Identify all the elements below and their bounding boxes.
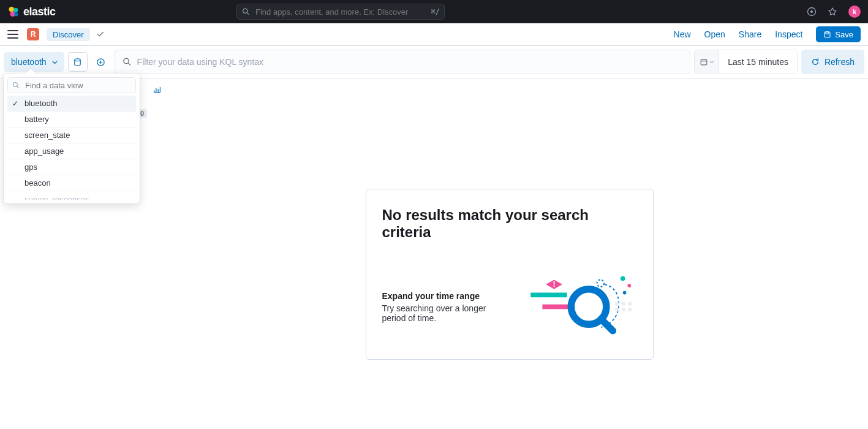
breadcrumb-app[interactable]: Discover — [47, 28, 90, 41]
svg-point-23 — [597, 279, 604, 287]
inspect-button[interactable]: Inspect — [775, 29, 802, 39]
dataview-list[interactable]: bluetooth battery screen_state app_usage… — [7, 96, 136, 200]
kql-query-bar — [115, 50, 691, 74]
empty-state: No results match your search criteria Ex… — [366, 189, 654, 360]
global-search-shortcut: ⌘/ — [431, 7, 440, 16]
toggle-chart-icon[interactable] — [153, 86, 161, 94]
search-icon — [12, 82, 20, 89]
svg-rect-8 — [825, 32, 830, 37]
save-label: Save — [835, 30, 853, 39]
time-picker-range[interactable]: Last 15 minutes — [719, 50, 797, 74]
time-picker-calendar-button[interactable] — [695, 50, 719, 74]
svg-rect-29 — [628, 302, 632, 306]
empty-illustration-icon: ! — [530, 271, 637, 342]
svg-point-12 — [123, 58, 128, 63]
svg-text:!: ! — [553, 280, 555, 289]
results-area: No results match your search criteria Ex… — [151, 78, 868, 360]
add-filter-button[interactable] — [91, 52, 111, 72]
new-button[interactable]: New — [674, 29, 691, 39]
svg-rect-18 — [530, 293, 567, 298]
newsfeed-icon[interactable] — [828, 7, 837, 17]
refresh-button[interactable]: Refresh — [801, 50, 864, 74]
help-icon[interactable] — [807, 7, 817, 17]
dataview-selected-label: bluetooth — [11, 57, 47, 67]
global-search: ⌘/ — [236, 4, 445, 20]
empty-body: Try searching over a longer period of ti… — [382, 303, 486, 323]
dataview-item-screen-state[interactable]: screen_state — [7, 127, 136, 143]
elastic-logo-icon — [7, 6, 20, 18]
dataview-item-beacon[interactable]: beacon — [7, 175, 136, 191]
dataview-item-battery[interactable]: battery — [7, 112, 136, 127]
open-button[interactable]: Open — [704, 29, 725, 39]
calendar-icon — [700, 58, 708, 66]
svg-point-4 — [243, 9, 247, 13]
header-right: k — [807, 6, 861, 18]
search-icon — [242, 8, 250, 16]
global-search-input[interactable] — [236, 4, 445, 20]
dataview-search-input[interactable] — [7, 77, 136, 93]
svg-line-17 — [17, 86, 19, 88]
save-icon — [823, 31, 831, 39]
share-button[interactable]: Share — [739, 29, 761, 39]
time-picker: Last 15 minutes — [694, 50, 798, 74]
elastic-logo[interactable]: elastic — [7, 6, 56, 18]
svg-point-7 — [810, 10, 813, 13]
svg-rect-31 — [621, 308, 625, 311]
dataview-selector[interactable]: bluetooth — [4, 52, 64, 72]
svg-line-22 — [601, 319, 613, 331]
dataview-item-app-usage[interactable]: app_usage — [7, 143, 136, 159]
chevron-down-icon — [51, 59, 58, 66]
svg-point-16 — [13, 83, 18, 87]
kql-input[interactable] — [115, 50, 690, 74]
save-button[interactable]: Save — [816, 26, 861, 42]
svg-rect-28 — [621, 302, 625, 306]
global-header: elastic ⌘/ k — [0, 0, 868, 23]
dataview-item-gps[interactable]: gps — [7, 159, 136, 175]
app-actions: New Open Share Inspect Save — [674, 26, 861, 42]
svg-point-26 — [622, 291, 626, 295]
svg-point-25 — [627, 284, 631, 287]
check-icon — [96, 30, 105, 39]
svg-line-5 — [247, 13, 249, 15]
empty-heading: Expand your time range — [382, 291, 511, 301]
refresh-label: Refresh — [825, 57, 855, 67]
empty-text: Expand your time range Try searching ove… — [382, 291, 511, 323]
elastic-wordmark: elastic — [23, 6, 56, 18]
disk-icon — [73, 58, 82, 67]
dataview-item-survey-responses[interactable]: survey_responses — [7, 191, 136, 200]
dataview-popover: bluetooth battery screen_state app_usage… — [4, 74, 140, 203]
svg-point-3 — [14, 12, 18, 16]
search-icon — [123, 58, 132, 67]
empty-title: No results match your search criteria — [382, 207, 637, 241]
app-header: R Discover New Open Share Inspect Save — [0, 23, 868, 46]
svg-rect-19 — [542, 305, 572, 309]
chevron-down-icon — [709, 59, 714, 64]
svg-point-10 — [75, 58, 80, 61]
dataview-item-bluetooth[interactable]: bluetooth — [7, 96, 136, 112]
filter-bar: bluetooth Last 15 minutes Refresh blueto… — [0, 46, 868, 78]
saved-query-button[interactable] — [68, 52, 88, 72]
space-selector[interactable]: R — [27, 28, 39, 40]
svg-rect-9 — [826, 32, 828, 34]
user-avatar[interactable]: k — [848, 6, 861, 18]
svg-line-13 — [128, 63, 130, 66]
svg-point-0 — [9, 7, 15, 12]
plus-circle-icon — [96, 58, 105, 67]
svg-rect-14 — [701, 59, 707, 65]
svg-rect-27 — [615, 302, 619, 306]
refresh-icon — [811, 58, 820, 66]
nav-toggle-icon[interactable] — [7, 30, 18, 39]
svg-rect-30 — [615, 308, 619, 311]
svg-rect-32 — [628, 308, 632, 311]
svg-point-24 — [620, 276, 625, 281]
